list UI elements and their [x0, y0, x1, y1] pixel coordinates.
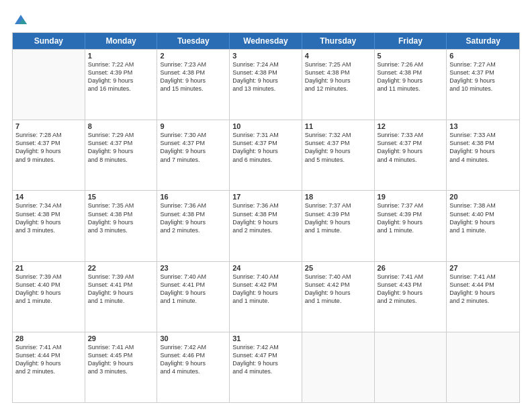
- cell-line: Sunrise: 7:39 AM: [88, 273, 154, 281]
- cell-line: Sunrise: 7:26 AM: [378, 60, 444, 68]
- header-day-friday: Friday: [375, 33, 447, 49]
- cell-line: Sunset: 4:38 PM: [160, 68, 226, 77]
- day-number: 5: [378, 52, 444, 60]
- cell-line: and 10 minutes.: [449, 85, 517, 93]
- day-number: 1: [88, 52, 154, 60]
- cell-line: Daylight: 9 hours: [305, 77, 371, 85]
- cell-line: and 4 minutes.: [449, 156, 517, 164]
- cell-line: Sunrise: 7:32 AM: [305, 131, 371, 139]
- calendar-header: SundayMondayTuesdayWednesdayThursdayFrid…: [13, 33, 519, 49]
- cell-line: Sunset: 4:38 PM: [88, 210, 154, 218]
- cell-line: and 2 minutes.: [449, 297, 517, 305]
- cell-line: Sunrise: 7:39 AM: [15, 273, 82, 281]
- cell-line: Sunrise: 7:40 AM: [232, 273, 299, 281]
- cell-line: and 2 minutes.: [232, 226, 299, 234]
- day-cell-25: 25Sunrise: 7:40 AMSunset: 4:42 PMDayligh…: [302, 262, 375, 332]
- cell-line: Sunrise: 7:36 AM: [160, 201, 226, 210]
- cell-line: Sunrise: 7:28 AM: [15, 131, 82, 139]
- cell-line: Daylight: 9 hours: [378, 289, 444, 297]
- cell-line: and 1 minute.: [378, 226, 444, 234]
- cell-line: Sunset: 4:39 PM: [305, 210, 371, 218]
- page: SundayMondayTuesdayWednesdayThursdayFrid…: [0, 0, 532, 411]
- logo: [12, 12, 28, 26]
- cell-line: Daylight: 9 hours: [232, 359, 299, 367]
- cell-line: Sunrise: 7:25 AM: [305, 60, 371, 68]
- cell-line: Sunset: 4:41 PM: [88, 281, 154, 289]
- cell-line: Sunrise: 7:41 AM: [378, 273, 444, 281]
- day-number: 30: [160, 334, 226, 342]
- cell-line: Sunset: 4:45 PM: [88, 351, 154, 359]
- empty-cell: [13, 50, 85, 120]
- cell-line: Sunset: 4:38 PM: [232, 68, 299, 77]
- cell-line: and 1 minute.: [232, 297, 299, 305]
- cell-line: Sunrise: 7:40 AM: [160, 273, 226, 281]
- day-cell-24: 24Sunrise: 7:40 AMSunset: 4:42 PMDayligh…: [230, 262, 302, 332]
- cell-line: Daylight: 9 hours: [160, 289, 226, 297]
- day-number: 6: [449, 52, 517, 60]
- cell-line: Sunrise: 7:37 AM: [305, 201, 371, 210]
- day-number: 15: [88, 193, 154, 201]
- cell-line: Daylight: 9 hours: [15, 147, 82, 155]
- cell-line: and 1 minute.: [160, 297, 226, 305]
- cell-line: Daylight: 9 hours: [378, 147, 444, 155]
- day-cell-27: 27Sunrise: 7:41 AMSunset: 4:44 PMDayligh…: [447, 262, 519, 332]
- cell-line: Daylight: 9 hours: [449, 218, 517, 226]
- cell-line: Sunset: 4:47 PM: [232, 351, 299, 359]
- cell-line: Daylight: 9 hours: [305, 147, 371, 155]
- cell-line: and 5 minutes.: [305, 156, 371, 164]
- cell-line: and 11 minutes.: [378, 85, 444, 93]
- day-number: 23: [160, 264, 226, 272]
- cell-line: Daylight: 9 hours: [232, 289, 299, 297]
- cell-line: Daylight: 9 hours: [378, 218, 444, 226]
- cell-line: Daylight: 9 hours: [378, 77, 444, 85]
- day-cell-30: 30Sunrise: 7:42 AMSunset: 4:46 PMDayligh…: [157, 332, 230, 402]
- cell-line: Sunrise: 7:35 AM: [88, 201, 154, 210]
- cell-line: and 2 minutes.: [160, 226, 226, 234]
- cell-line: Sunset: 4:37 PM: [15, 139, 82, 147]
- day-cell-31: 31Sunrise: 7:42 AMSunset: 4:47 PMDayligh…: [230, 332, 302, 402]
- cell-line: Daylight: 9 hours: [232, 147, 299, 155]
- day-number: 17: [232, 193, 299, 201]
- day-cell-26: 26Sunrise: 7:41 AMSunset: 4:43 PMDayligh…: [375, 262, 447, 332]
- day-cell-21: 21Sunrise: 7:39 AMSunset: 4:40 PMDayligh…: [13, 262, 85, 332]
- cell-line: Sunrise: 7:37 AM: [378, 201, 444, 210]
- cell-line: Sunset: 4:37 PM: [232, 139, 299, 147]
- cell-line: and 4 minutes.: [232, 367, 299, 375]
- cell-line: and 13 minutes.: [232, 85, 299, 93]
- cell-line: and 15 minutes.: [160, 85, 226, 93]
- cell-line: Sunset: 4:37 PM: [378, 139, 444, 147]
- cell-line: Daylight: 9 hours: [305, 218, 371, 226]
- calendar-body: 1Sunrise: 7:22 AMSunset: 4:39 PMDaylight…: [13, 49, 519, 402]
- header-day-tuesday: Tuesday: [157, 33, 230, 49]
- empty-cell: [447, 332, 519, 402]
- cell-line: Sunrise: 7:31 AM: [232, 131, 299, 139]
- day-number: 19: [378, 193, 444, 201]
- calendar-week-1: 1Sunrise: 7:22 AMSunset: 4:39 PMDaylight…: [13, 49, 519, 120]
- day-number: 27: [449, 264, 517, 272]
- cell-line: Sunset: 4:37 PM: [160, 139, 226, 147]
- cell-line: Daylight: 9 hours: [160, 147, 226, 155]
- cell-line: Daylight: 9 hours: [160, 218, 226, 226]
- day-number: 20: [449, 193, 517, 201]
- cell-line: and 9 minutes.: [15, 156, 82, 164]
- day-cell-3: 3Sunrise: 7:24 AMSunset: 4:38 PMDaylight…: [230, 50, 302, 120]
- cell-line: Sunset: 4:39 PM: [378, 210, 444, 218]
- day-number: 2: [160, 52, 226, 60]
- cell-line: and 1 minute.: [305, 297, 371, 305]
- cell-line: Sunset: 4:40 PM: [449, 210, 517, 218]
- cell-line: and 4 minutes.: [160, 367, 226, 375]
- header: [12, 12, 520, 26]
- cell-line: Daylight: 9 hours: [305, 289, 371, 297]
- day-cell-23: 23Sunrise: 7:40 AMSunset: 4:41 PMDayligh…: [157, 262, 230, 332]
- day-cell-1: 1Sunrise: 7:22 AMSunset: 4:39 PMDaylight…: [85, 50, 158, 120]
- cell-line: Daylight: 9 hours: [15, 218, 82, 226]
- cell-line: Daylight: 9 hours: [232, 77, 299, 85]
- header-day-sunday: Sunday: [13, 33, 85, 49]
- cell-line: and 1 minute.: [305, 226, 371, 234]
- cell-line: and 1 minute.: [88, 297, 154, 305]
- cell-line: and 3 minutes.: [88, 367, 154, 375]
- cell-line: Daylight: 9 hours: [88, 359, 154, 367]
- cell-line: and 3 minutes.: [15, 226, 82, 234]
- day-number: 26: [378, 264, 444, 272]
- day-number: 31: [232, 334, 299, 342]
